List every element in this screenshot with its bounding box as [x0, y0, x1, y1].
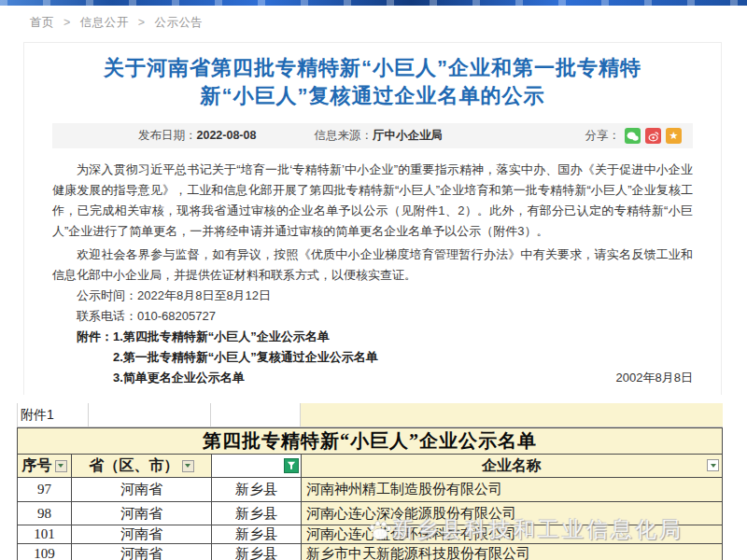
paragraph: 欢迎社会各界参与监督，如有异议，按照《优质中小企业梯度培育管理暂行办法》中有关要… — [52, 245, 693, 286]
attachment-line-2: 2.第一批专精特新“小巨人”复核通过企业公示名单 — [52, 347, 693, 368]
favorite-share-icon[interactable]: ★ — [666, 128, 682, 144]
table-row: 101 河南省 新乡县 河南心连心蓝色环保科技有限公司 — [18, 525, 722, 543]
public-time-line: 公示时间：2022年8月8日至8月12日 — [52, 286, 693, 306]
breadcrumb-separator: > — [138, 16, 146, 29]
cell-province: 河南省 — [72, 525, 212, 543]
page-title-line1: 关于河南省第四批专精特新“小巨人”企业和第一批专精特 — [41, 54, 704, 82]
breadcrumb-home-link[interactable]: 首页 — [30, 16, 54, 29]
chevron-down-icon — [58, 464, 63, 468]
filter-dropdown-button[interactable] — [707, 459, 719, 471]
cell-serial: 101 — [18, 525, 72, 543]
cell-county: 新乡县 — [212, 502, 302, 525]
cell-county: 新乡县 — [212, 478, 302, 501]
cell-company: 河南心连心深冷能源股份有限公司 — [302, 502, 722, 525]
wechat-icon — [627, 131, 639, 142]
weibo-icon — [648, 131, 659, 142]
table-row: 98 河南省 新乡县 河南心连心深冷能源股份有限公司 — [18, 501, 722, 525]
star-icon: ★ — [669, 131, 679, 141]
attachment-line-3: 3.简单更名企业公示名单 — [52, 368, 693, 388]
cell-county: 新乡县 — [212, 544, 302, 560]
sign-date: 2002年8月8日 — [616, 370, 693, 386]
site-nav-bar-edge — [0, 0, 747, 6]
attachment1-label: 附件1 — [17, 403, 89, 427]
contact-phone-line: 联系电话：010-68205727 — [52, 306, 693, 327]
header-company: 企业名称 — [302, 455, 722, 477]
page-title-line2: 新“小巨人”复核通过企业名单的公示 — [41, 82, 704, 110]
table-row: 109 河南省 新乡县 新乡市中天新能源科技股份有限公司 — [18, 543, 722, 560]
empty-cell — [211, 403, 301, 427]
share-label: 分享： — [585, 128, 621, 144]
breadcrumb-current: 公示公告 — [155, 16, 204, 29]
publish-date: 发布日期：2022-08-08 — [138, 128, 256, 144]
share-bar: 分享： ★ — [585, 128, 683, 144]
header-province: 省（区、市） — [72, 455, 212, 477]
cell-company: 新乡市中天新能源科技股份有限公司 — [302, 544, 722, 560]
funnel-icon — [287, 461, 296, 470]
cell-company: 河南心连心蓝色环保科技有限公司 — [302, 525, 722, 543]
article-body: 为深入贯彻习近平总书记关于“培育一批‘专精特新’中小企业”的重要指示精神，落实中… — [52, 160, 693, 388]
paragraph: 为深入贯彻习近平总书记关于“培育一批‘专精特新’中小企业”的重要指示精神，落实中… — [52, 160, 693, 242]
table-header-row: 序号 省（区、市） 企业名称 — [18, 455, 722, 477]
chevron-down-icon — [185, 464, 190, 468]
page-title: 关于河南省第四批专精特新“小巨人”企业和第一批专精特 新“小巨人”复核通过企业名… — [41, 54, 704, 110]
breadcrumb-separator: > — [63, 16, 71, 29]
weibo-share-icon[interactable] — [645, 128, 661, 144]
cell-province: 河南省 — [72, 478, 212, 501]
cell-company: 河南神州精工制造股份有限公司 — [302, 478, 722, 501]
chevron-down-icon — [711, 464, 716, 468]
attachment-spreadsheet: 附件1 第四批专精特新“小巨人”企业公示名单 序号 省（区、市） — [17, 403, 723, 560]
table-row: 97 河南省 新乡县 河南神州精工制造股份有限公司 — [18, 477, 722, 501]
cell-province: 河南省 — [72, 544, 212, 560]
article-container: 关于河南省第四批专精特新“小巨人”企业和第一批专精特 新“小巨人”复核通过企业名… — [23, 42, 722, 395]
cell-county: 新乡县 — [212, 525, 302, 543]
filter-dropdown-button[interactable] — [182, 460, 194, 472]
attachment-line-1: 附件：1.第四批专精特新“小巨人”企业公示名单 — [52, 327, 693, 347]
breadcrumb-info-link[interactable]: 信息公开 — [80, 16, 129, 29]
sheet-corner-row: 附件1 — [17, 403, 723, 427]
header-serial: 序号 — [18, 455, 72, 477]
empty-cell — [89, 403, 211, 427]
cell-serial: 98 — [18, 502, 72, 525]
empty-cell — [301, 403, 723, 427]
info-source: 信息来源：厅中小企业局 — [314, 128, 443, 144]
filter-dropdown-button[interactable] — [55, 460, 67, 472]
table-title: 第四批专精特新“小巨人”企业公示名单 — [17, 427, 723, 454]
cell-province: 河南省 — [72, 502, 212, 525]
cell-serial: 109 — [18, 544, 72, 560]
table-grid: 序号 省（区、市） 企业名称 97 河南省 — [17, 454, 723, 560]
cell-serial: 97 — [18, 478, 72, 501]
nav-bar-dashes — [0, 0, 747, 6]
meta-bar: 发布日期：2022-08-08 信息来源：厅中小企业局 分享： ★ — [52, 123, 693, 148]
active-filter-button[interactable] — [284, 458, 299, 473]
header-county — [212, 455, 302, 477]
breadcrumb: 首页 > 信息公开 > 公示公告 — [30, 15, 204, 31]
wechat-share-icon[interactable] — [625, 128, 641, 144]
